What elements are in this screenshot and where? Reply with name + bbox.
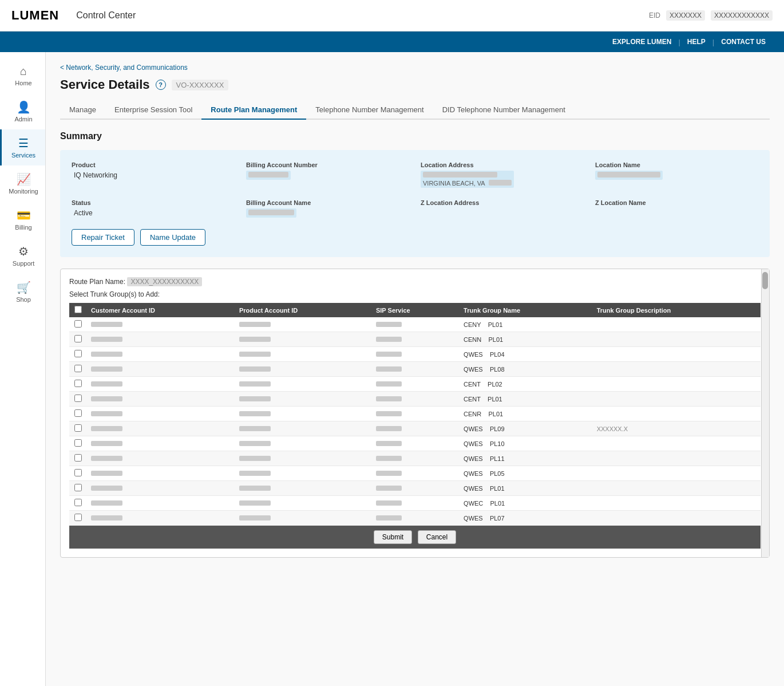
tab-telephone-number-management[interactable]: Telephone Number Management [306, 101, 433, 120]
sidebar: ⌂ Home 👤 Admin ☰ Services 📈 Monitoring 💳… [0, 52, 46, 686]
row-checkbox-cell[interactable] [69, 392, 86, 407]
row-checkbox-cell[interactable] [69, 436, 86, 451]
summary-location-address: Location Address VIRGINIA BEACH, VA [421, 161, 584, 188]
product-account-id-cell [235, 496, 371, 511]
location-name-label: Location Name [595, 161, 758, 168]
repair-ticket-button[interactable]: Repair Ticket [72, 229, 134, 246]
row-checkbox-13[interactable] [74, 514, 82, 521]
row-checkbox-cell[interactable] [69, 421, 86, 436]
tab-enterprise-session-tool[interactable]: Enterprise Session Tool [105, 101, 201, 120]
trunk-group-name-cell: CENR PL01 [459, 407, 592, 421]
row-checkbox-4[interactable] [74, 380, 82, 387]
row-checkbox-11[interactable] [74, 484, 82, 491]
z-location-address-value [421, 214, 425, 215]
tab-route-plan-management[interactable]: Route Plan Management [201, 101, 306, 120]
row-checkbox-cell[interactable] [69, 481, 86, 496]
sidebar-item-admin[interactable]: 👤 Admin [0, 93, 45, 129]
sidebar-item-home[interactable]: ⌂ Home [0, 58, 45, 93]
help-icon[interactable]: ? [156, 80, 166, 90]
row-checkbox-cell[interactable] [69, 511, 86, 526]
product-label: Product [72, 161, 235, 168]
row-checkbox-cell[interactable] [69, 332, 86, 347]
summary-z-location-name: Z Location Name [595, 199, 758, 218]
cancel-button[interactable]: Cancel [418, 530, 456, 544]
sidebar-item-services[interactable]: ☰ Services [0, 129, 45, 165]
sip-service-cell [371, 317, 459, 332]
customer-account-id-cell [86, 466, 235, 481]
contact-us-link[interactable]: CONTACT US [714, 38, 773, 46]
row-checkbox-8[interactable] [74, 439, 82, 447]
row-checkbox-10[interactable] [74, 469, 82, 476]
eid-label: EID [649, 11, 660, 19]
submit-button[interactable]: Submit [374, 530, 412, 544]
eid-value: XXXXXXX [666, 10, 705, 21]
services-icon: ☰ [18, 136, 29, 150]
summary-billing-account-number: Billing Account Number [246, 161, 409, 188]
z-location-name-label: Z Location Name [595, 199, 758, 206]
col-checkbox [69, 303, 86, 317]
sidebar-item-billing[interactable]: 💳 Billing [0, 202, 45, 238]
sip-service-cell [371, 436, 459, 451]
row-checkbox-cell[interactable] [69, 377, 86, 392]
row-checkbox-cell[interactable] [69, 347, 86, 362]
sidebar-label-home: Home [15, 80, 31, 86]
scrollbar[interactable] [761, 269, 769, 557]
account-value: XXXXXXXXXXXX [711, 10, 773, 21]
route-plan-name-row: Route Plan Name: XXXX_XXXXXXXXXX [69, 278, 761, 286]
tab-manage[interactable]: Manage [60, 101, 105, 120]
help-link[interactable]: HELP [680, 38, 712, 46]
product-account-id-cell [235, 451, 371, 466]
row-checkbox-cell[interactable] [69, 496, 86, 511]
table-row: QWEC PL01 [69, 496, 761, 511]
explore-lumen-link[interactable]: EXPLORE LUMEN [605, 38, 678, 46]
sidebar-item-support[interactable]: ⚙ Support [0, 238, 45, 274]
summary-grid: Product IQ Networking Billing Account Nu… [72, 161, 758, 218]
trunk-group-name-cell: QWES PL08 [459, 362, 592, 377]
breadcrumb[interactable]: Network, Security, and Communications [60, 64, 770, 72]
z-location-address-label: Z Location Address [421, 199, 584, 206]
row-checkbox-1[interactable] [74, 335, 82, 342]
sidebar-item-shop[interactable]: 🛒 Shop [0, 274, 45, 310]
product-account-id-cell [235, 392, 371, 407]
table-row: CENY PL01 [69, 317, 761, 332]
trunk-group-name-cell: QWEC PL01 [459, 496, 592, 511]
select-all-checkbox[interactable] [74, 306, 82, 313]
product-account-id-cell [235, 436, 371, 451]
table-row: QWES PL07 [69, 511, 761, 526]
location-name-value [595, 171, 663, 180]
row-checkbox-6[interactable] [74, 409, 82, 417]
trunk-group-desc-cell [592, 511, 761, 526]
billing-account-name-value [246, 208, 296, 218]
blue-nav: EXPLORE LUMEN | HELP | CONTACT US [0, 31, 784, 52]
row-checkbox-3[interactable] [74, 365, 82, 372]
tab-did-telephone-number-management[interactable]: DID Telephone Number Management [433, 101, 575, 120]
table-footer: Submit Cancel [69, 526, 761, 549]
col-product-account-id: Product Account ID [235, 303, 371, 317]
product-account-id-cell [235, 421, 371, 436]
row-checkbox-cell[interactable] [69, 466, 86, 481]
row-checkbox-0[interactable] [74, 320, 82, 328]
scrollbar-thumb [762, 272, 768, 289]
sidebar-item-monitoring[interactable]: 📈 Monitoring [0, 165, 45, 202]
row-checkbox-2[interactable] [74, 350, 82, 357]
row-checkbox-cell[interactable] [69, 317, 86, 332]
col-trunk-group-name: Trunk Group Name [459, 303, 592, 317]
location-address-label: Location Address [421, 161, 584, 168]
row-checkbox-cell[interactable] [69, 362, 86, 377]
table-row: CENN PL01 [69, 332, 761, 347]
customer-account-id-cell [86, 317, 235, 332]
name-update-button[interactable]: Name Update [140, 229, 205, 246]
tabs-container: Manage Enterprise Session Tool Route Pla… [60, 101, 770, 120]
row-checkbox-12[interactable] [74, 499, 82, 506]
product-account-id-cell [235, 317, 371, 332]
table-row: QWES PL08 [69, 362, 761, 377]
row-checkbox-cell[interactable] [69, 451, 86, 466]
row-checkbox-9[interactable] [74, 454, 82, 462]
sip-service-cell [371, 347, 459, 362]
row-checkbox-cell[interactable] [69, 407, 86, 421]
row-checkbox-7[interactable] [74, 424, 82, 432]
row-checkbox-5[interactable] [74, 395, 82, 402]
product-account-id-cell [235, 466, 371, 481]
trunk-group-desc-cell [592, 481, 761, 496]
sidebar-label-shop: Shop [16, 296, 31, 303]
